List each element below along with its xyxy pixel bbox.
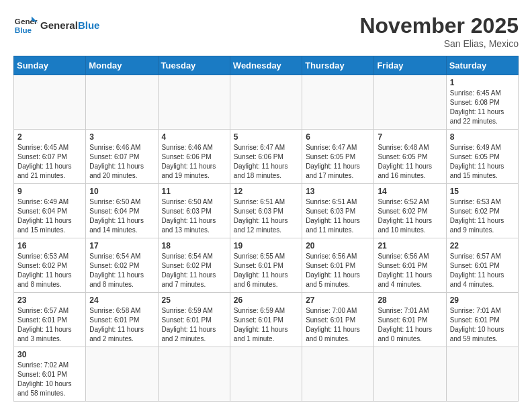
calendar-day-cell: 12Sunrise: 6:51 AM Sunset: 6:03 PM Dayli… — [230, 184, 302, 238]
day-info: Sunrise: 6:59 AM Sunset: 6:01 PM Dayligh… — [162, 306, 226, 344]
day-info: Sunrise: 6:47 AM Sunset: 6:06 PM Dayligh… — [234, 143, 298, 181]
calendar-day-cell: 1Sunrise: 6:45 AM Sunset: 6:08 PM Daylig… — [446, 75, 518, 130]
calendar-day-cell: 2Sunrise: 6:45 AM Sunset: 6:07 PM Daylig… — [14, 130, 86, 184]
day-info: Sunrise: 6:57 AM Sunset: 6:01 PM Dayligh… — [17, 306, 82, 344]
svg-text:Blue: Blue — [15, 26, 32, 34]
day-info: Sunrise: 6:59 AM Sunset: 6:01 PM Dayligh… — [234, 306, 298, 344]
location: San Elias, Mexico — [359, 38, 519, 49]
day-info: Sunrise: 6:50 AM Sunset: 6:04 PM Dayligh… — [89, 197, 154, 235]
calendar-day-cell — [158, 347, 230, 402]
calendar-day-cell: 13Sunrise: 6:51 AM Sunset: 6:03 PM Dayli… — [302, 184, 374, 238]
calendar-day-cell — [302, 75, 374, 130]
logo-icon: General Blue — [13, 13, 38, 38]
logo: General Blue GeneralBlue — [13, 13, 99, 38]
day-info: Sunrise: 6:46 AM Sunset: 6:07 PM Dayligh… — [89, 143, 154, 181]
day-info: Sunrise: 6:46 AM Sunset: 6:06 PM Dayligh… — [162, 143, 226, 181]
day-info: Sunrise: 6:45 AM Sunset: 6:07 PM Dayligh… — [17, 143, 82, 181]
calendar-day-cell — [302, 347, 374, 402]
day-number: 10 — [89, 187, 154, 196]
day-info: Sunrise: 6:52 AM Sunset: 6:02 PM Dayligh… — [378, 197, 442, 235]
calendar-week-row: 30Sunrise: 7:02 AM Sunset: 6:01 PM Dayli… — [14, 347, 519, 402]
day-info: Sunrise: 7:02 AM Sunset: 6:01 PM Dayligh… — [17, 361, 82, 398]
calendar-day-cell — [374, 75, 446, 130]
calendar-day-cell: 16Sunrise: 6:53 AM Sunset: 6:02 PM Dayli… — [14, 238, 86, 293]
day-number: 27 — [306, 295, 370, 305]
day-info: Sunrise: 6:47 AM Sunset: 6:05 PM Dayligh… — [306, 143, 370, 181]
calendar-day-header: Wednesday — [230, 56, 302, 75]
calendar-day-cell — [158, 75, 230, 130]
calendar-day-header: Sunday — [14, 56, 86, 75]
calendar-day-cell: 10Sunrise: 6:50 AM Sunset: 6:04 PM Dayli… — [86, 184, 158, 238]
day-number: 19 — [234, 241, 298, 250]
calendar-day-cell: 17Sunrise: 6:54 AM Sunset: 6:02 PM Dayli… — [86, 238, 158, 293]
calendar-week-row: 23Sunrise: 6:57 AM Sunset: 6:01 PM Dayli… — [14, 293, 519, 347]
logo-blue: Blue — [78, 19, 100, 31]
calendar-day-cell: 26Sunrise: 6:59 AM Sunset: 6:01 PM Dayli… — [230, 293, 302, 347]
calendar-day-cell: 20Sunrise: 6:56 AM Sunset: 6:01 PM Dayli… — [302, 238, 374, 293]
calendar-day-cell: 15Sunrise: 6:53 AM Sunset: 6:02 PM Dayli… — [446, 184, 518, 238]
day-number: 17 — [89, 241, 154, 250]
day-info: Sunrise: 6:49 AM Sunset: 6:05 PM Dayligh… — [450, 143, 515, 181]
calendar-week-row: 2Sunrise: 6:45 AM Sunset: 6:07 PM Daylig… — [14, 130, 519, 184]
day-info: Sunrise: 6:50 AM Sunset: 6:03 PM Dayligh… — [162, 197, 226, 235]
day-info: Sunrise: 6:45 AM Sunset: 6:08 PM Dayligh… — [450, 89, 515, 126]
calendar-day-cell: 27Sunrise: 7:00 AM Sunset: 6:01 PM Dayli… — [302, 293, 374, 347]
day-number: 21 — [378, 241, 442, 250]
day-number: 9 — [17, 187, 82, 196]
day-info: Sunrise: 6:54 AM Sunset: 6:02 PM Dayligh… — [89, 252, 154, 289]
day-info: Sunrise: 7:01 AM Sunset: 6:01 PM Dayligh… — [378, 306, 442, 344]
day-number: 1 — [450, 78, 515, 87]
day-number: 13 — [306, 187, 370, 196]
calendar-table: SundayMondayTuesdayWednesdayThursdayFrid… — [13, 56, 519, 402]
calendar-day-cell: 25Sunrise: 6:59 AM Sunset: 6:01 PM Dayli… — [158, 293, 230, 347]
day-number: 7 — [378, 132, 442, 142]
calendar-day-cell: 9Sunrise: 6:49 AM Sunset: 6:04 PM Daylig… — [14, 184, 86, 238]
day-number: 29 — [450, 295, 515, 305]
calendar-day-cell — [230, 75, 302, 130]
calendar-day-cell: 21Sunrise: 6:56 AM Sunset: 6:01 PM Dayli… — [374, 238, 446, 293]
calendar-day-cell: 3Sunrise: 6:46 AM Sunset: 6:07 PM Daylig… — [86, 130, 158, 184]
day-info: Sunrise: 6:53 AM Sunset: 6:02 PM Dayligh… — [450, 197, 515, 235]
page-header: General Blue GeneralBlue November 2025 S… — [13, 13, 519, 49]
calendar-week-row: 9Sunrise: 6:49 AM Sunset: 6:04 PM Daylig… — [14, 184, 519, 238]
day-info: Sunrise: 6:56 AM Sunset: 6:01 PM Dayligh… — [306, 252, 370, 289]
calendar-day-cell: 24Sunrise: 6:58 AM Sunset: 6:01 PM Dayli… — [86, 293, 158, 347]
day-number: 5 — [234, 132, 298, 142]
calendar-day-header: Thursday — [302, 56, 374, 75]
day-number: 25 — [162, 295, 226, 305]
day-number: 18 — [162, 241, 226, 250]
calendar-day-cell: 23Sunrise: 6:57 AM Sunset: 6:01 PM Dayli… — [14, 293, 86, 347]
day-number: 22 — [450, 241, 515, 250]
day-number: 3 — [89, 132, 154, 142]
calendar-day-cell: 5Sunrise: 6:47 AM Sunset: 6:06 PM Daylig… — [230, 130, 302, 184]
calendar-day-cell: 4Sunrise: 6:46 AM Sunset: 6:06 PM Daylig… — [158, 130, 230, 184]
day-info: Sunrise: 6:56 AM Sunset: 6:01 PM Dayligh… — [378, 252, 442, 289]
day-info: Sunrise: 6:58 AM Sunset: 6:01 PM Dayligh… — [89, 306, 154, 344]
calendar-day-cell — [86, 75, 158, 130]
calendar-day-cell: 7Sunrise: 6:48 AM Sunset: 6:05 PM Daylig… — [374, 130, 446, 184]
calendar-day-cell: 29Sunrise: 7:01 AM Sunset: 6:01 PM Dayli… — [446, 293, 518, 347]
day-info: Sunrise: 6:53 AM Sunset: 6:02 PM Dayligh… — [17, 252, 82, 289]
calendar-day-cell — [230, 347, 302, 402]
day-number: 6 — [306, 132, 370, 142]
calendar-day-cell: 11Sunrise: 6:50 AM Sunset: 6:03 PM Dayli… — [158, 184, 230, 238]
calendar-week-row: 1Sunrise: 6:45 AM Sunset: 6:08 PM Daylig… — [14, 75, 519, 130]
title-area: November 2025 San Elias, Mexico — [359, 13, 519, 49]
day-info: Sunrise: 6:55 AM Sunset: 6:01 PM Dayligh… — [234, 252, 298, 289]
calendar-day-cell: 18Sunrise: 6:54 AM Sunset: 6:02 PM Dayli… — [158, 238, 230, 293]
calendar-day-cell: 6Sunrise: 6:47 AM Sunset: 6:05 PM Daylig… — [302, 130, 374, 184]
day-number: 8 — [450, 132, 515, 142]
calendar-day-header: Monday — [86, 56, 158, 75]
logo-general: General — [40, 19, 78, 31]
day-number: 12 — [234, 187, 298, 196]
day-number: 30 — [17, 350, 82, 359]
day-number: 20 — [306, 241, 370, 250]
calendar-day-header: Friday — [374, 56, 446, 75]
calendar-day-cell: 22Sunrise: 6:57 AM Sunset: 6:01 PM Dayli… — [446, 238, 518, 293]
day-number: 2 — [17, 132, 82, 142]
day-number: 26 — [234, 295, 298, 305]
day-info: Sunrise: 6:57 AM Sunset: 6:01 PM Dayligh… — [450, 252, 515, 289]
day-info: Sunrise: 6:51 AM Sunset: 6:03 PM Dayligh… — [306, 197, 370, 235]
calendar-day-cell: 8Sunrise: 6:49 AM Sunset: 6:05 PM Daylig… — [446, 130, 518, 184]
calendar-day-cell: 28Sunrise: 7:01 AM Sunset: 6:01 PM Dayli… — [374, 293, 446, 347]
